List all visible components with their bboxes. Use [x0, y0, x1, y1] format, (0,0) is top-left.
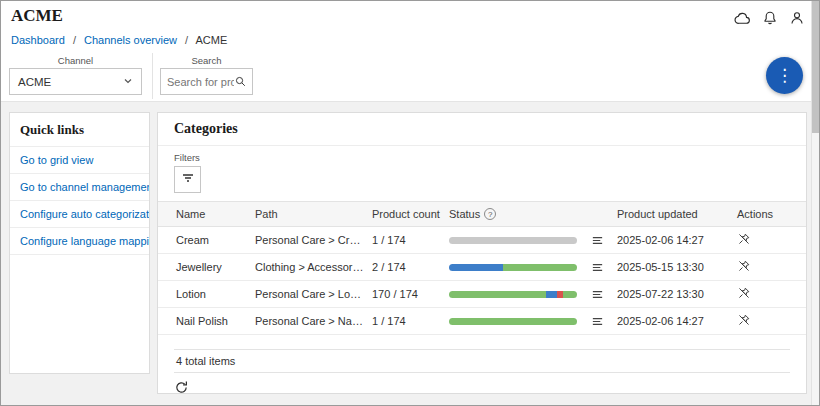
category-path: Clothing > Accessories... — [255, 261, 372, 273]
quick-links-title: Quick links — [10, 113, 149, 147]
breadcrumb-channels-overview[interactable]: Channels overview — [84, 34, 177, 46]
categories-title: Categories — [158, 113, 806, 146]
categories-table: Name Path Product count Status ? Product… — [158, 201, 806, 335]
actions-cell — [735, 259, 806, 275]
breadcrumb-current: ACME — [196, 34, 228, 46]
cloud-icon[interactable] — [734, 10, 751, 27]
category-path: Personal Care > Cream — [255, 234, 372, 246]
filters-label: Filters — [174, 152, 790, 163]
table-row[interactable]: Lotion Personal Care > Lotion 170 / 174 … — [158, 281, 806, 308]
table-header-row: Name Path Product count Status ? Product… — [158, 201, 806, 227]
table-row[interactable]: Cream Personal Care > Cream 1 / 174 2025… — [158, 227, 806, 254]
table-footer: 4 total items — [174, 349, 790, 373]
status-details-icon[interactable] — [591, 288, 604, 301]
unpin-icon[interactable] — [737, 232, 751, 246]
status-cell — [449, 288, 617, 301]
link-auto-categorization[interactable]: Configure auto categorization — [10, 201, 149, 228]
total-items-label: 4 total items — [176, 355, 235, 367]
status-bar — [449, 318, 577, 325]
table-row[interactable]: Jewellery Clothing > Accessories... 2 / … — [158, 254, 806, 281]
actions-cell — [735, 313, 806, 329]
channel-select[interactable]: ACME — [9, 68, 142, 95]
link-grid-view[interactable]: Go to grid view — [10, 147, 149, 174]
actions-cell — [735, 232, 806, 248]
filters-section: Filters — [158, 146, 806, 193]
category-name: Nail Polish — [158, 315, 255, 327]
unpin-icon[interactable] — [737, 259, 751, 273]
kebab-menu-icon: ⋮ — [776, 67, 793, 84]
actions-cell — [735, 286, 806, 302]
column-header-status: Status ? — [449, 208, 617, 220]
product-count: 1 / 174 — [372, 234, 449, 246]
categories-card: Categories Filters Name Path Product cou… — [157, 112, 807, 394]
search-input[interactable] — [167, 76, 234, 88]
toolbar-divider — [152, 53, 153, 99]
status-header-label: Status — [449, 208, 480, 220]
column-header-actions: Actions — [735, 208, 806, 220]
status-bar — [449, 237, 577, 244]
table-row[interactable]: Nail Polish Personal Care > Nail P... 1 … — [158, 308, 806, 335]
categories-table-body: Cream Personal Care > Cream 1 / 174 2025… — [158, 227, 806, 335]
quick-links-card: Quick links Go to grid view Go to channe… — [9, 112, 150, 374]
page-title: ACME — [11, 6, 63, 26]
refresh-button[interactable] — [174, 380, 189, 398]
category-path: Personal Care > Lotion — [255, 288, 372, 300]
status-cell — [449, 234, 617, 247]
product-updated: 2025-02-06 14:27 — [617, 234, 735, 246]
product-updated: 2025-02-06 14:27 — [617, 315, 735, 327]
breadcrumb-separator: / — [73, 34, 76, 46]
channel-select-value: ACME — [18, 76, 51, 88]
channel-group: Channel ACME — [9, 55, 142, 95]
status-bar — [449, 291, 577, 298]
product-count: 1 / 174 — [372, 315, 449, 327]
status-details-icon[interactable] — [591, 261, 604, 274]
search-label: Search — [160, 55, 253, 66]
breadcrumb: Dashboard / Channels overview / ACME — [11, 34, 227, 46]
category-path: Personal Care > Nail P... — [255, 315, 372, 327]
column-header-path: Path — [255, 208, 372, 220]
product-count: 170 / 174 — [372, 288, 449, 300]
search-icon — [234, 75, 247, 88]
user-icon[interactable] — [789, 10, 805, 27]
status-details-icon[interactable] — [591, 234, 604, 247]
channel-label: Channel — [9, 55, 142, 66]
product-updated: 2025-07-22 13:30 — [617, 288, 735, 300]
scrollbar-thumb[interactable] — [812, 1, 819, 133]
category-name: Cream — [158, 234, 255, 246]
refresh-icon — [174, 380, 189, 398]
category-name: Jewellery — [158, 261, 255, 273]
header: ACME Dashboard / Channels overview / ACM… — [1, 1, 819, 101]
more-actions-fab[interactable]: ⋮ — [766, 57, 803, 94]
filter-button[interactable] — [174, 166, 201, 193]
column-header-updated: Product updated — [617, 208, 735, 220]
category-name: Lotion — [158, 288, 255, 300]
scrollbar[interactable] — [811, 1, 819, 405]
status-details-icon[interactable] — [591, 315, 604, 328]
column-header-name: Name — [158, 208, 255, 220]
product-updated: 2025-05-15 13:30 — [617, 261, 735, 273]
app-window: ACME Dashboard / Channels overview / ACM… — [0, 0, 820, 406]
column-header-count: Product count — [372, 208, 449, 220]
link-channel-management[interactable]: Go to channel management — [10, 174, 149, 201]
breadcrumb-dashboard[interactable]: Dashboard — [11, 34, 65, 46]
product-count: 2 / 174 — [372, 261, 449, 273]
unpin-icon[interactable] — [737, 286, 751, 300]
header-actions — [734, 10, 805, 27]
status-bar — [449, 264, 577, 271]
help-icon[interactable]: ? — [484, 208, 496, 220]
search-group: Search — [160, 55, 253, 95]
link-language-mappings[interactable]: Configure language mappings — [10, 228, 149, 255]
unpin-icon[interactable] — [737, 313, 751, 327]
search-input-wrap — [160, 68, 253, 95]
breadcrumb-separator: / — [185, 34, 188, 46]
status-cell — [449, 315, 617, 328]
filter-icon — [181, 171, 195, 188]
chevron-down-icon — [123, 76, 133, 88]
content-area: Quick links Go to grid view Go to channe… — [1, 101, 813, 406]
bell-icon[interactable] — [762, 10, 778, 27]
status-cell — [449, 261, 617, 274]
